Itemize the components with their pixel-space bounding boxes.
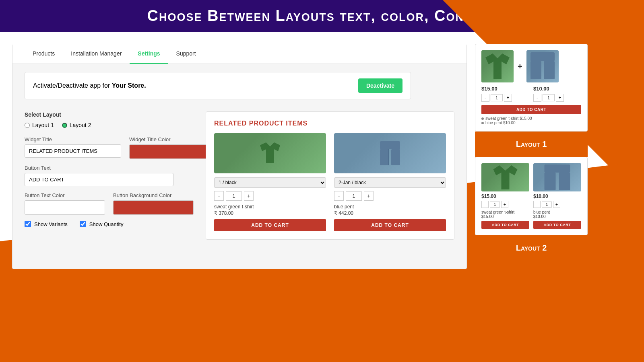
- button-text-color-group: Button Text Color: [25, 192, 105, 215]
- layout2-preview: $15.00 - + sweat green t-shirt $15.00 AD…: [475, 157, 588, 235]
- show-variants-label: Show Variants: [34, 221, 68, 227]
- show-quantity-checkbox[interactable]: Show Quantity: [80, 221, 124, 227]
- layout1-dot1: [481, 117, 484, 120]
- widget-title-group: Widget Title: [25, 136, 121, 159]
- layout1-thumb-tshirt: [481, 50, 514, 82]
- layout2-price1-sub: $15.00: [481, 214, 529, 219]
- tab-support[interactable]: Support: [168, 44, 204, 64]
- layout1-qty-plus2[interactable]: +: [556, 94, 564, 102]
- layout1-jeans-icon: [526, 50, 559, 82]
- layout1-prices: $15.00 - + $10.00 - +: [481, 86, 581, 105]
- layout1-price2: $10.00: [533, 86, 581, 92]
- svg-rect-10: [545, 165, 570, 173]
- variant-select-1[interactable]: 1 / black: [214, 177, 326, 188]
- layout2-qty-input1[interactable]: [490, 202, 500, 208]
- button-text-color-label: Button Text Color: [25, 192, 105, 198]
- qty-plus-1[interactable]: +: [244, 191, 254, 201]
- qty-input-2[interactable]: [346, 191, 362, 201]
- layout2-qty-minus1[interactable]: -: [481, 201, 489, 208]
- layout1-qty-plus1[interactable]: +: [504, 94, 512, 102]
- product-image-jeans: [334, 133, 446, 173]
- layout-section-label: Select Layout: [25, 111, 194, 118]
- layout1-qty-input2[interactable]: [543, 94, 555, 101]
- show-variants-checkbox[interactable]: Show Variants: [25, 221, 68, 227]
- layout1-qty-input1[interactable]: [491, 94, 503, 101]
- button-bg-color-swatch[interactable]: [113, 200, 194, 215]
- tab-settings[interactable]: Settings: [130, 44, 168, 64]
- layout2-qty-plus2[interactable]: +: [553, 201, 560, 208]
- activate-section: Activate/Deactivate app for Your Store. …: [12, 64, 466, 111]
- show-variants-input[interactable]: [25, 221, 31, 227]
- widget-title-color-label: Widget Title Color: [129, 136, 210, 142]
- qty-plus-2[interactable]: +: [364, 191, 374, 201]
- button-bg-color-label: Button Background Color: [113, 192, 194, 198]
- svg-rect-2: [380, 149, 389, 165]
- product-grid: 1 / black - + sweat green t-shirt ₹ 378.…: [214, 133, 446, 231]
- radio-layout2-label: Layout 2: [70, 122, 91, 128]
- layout2-qty-plus1[interactable]: +: [501, 201, 508, 208]
- layout2-add-btn2[interactable]: ADD TO CART: [533, 221, 581, 229]
- activate-text: Activate/Deactivate app for Your Store.: [33, 82, 146, 89]
- radio-layout2[interactable]: Layout 2: [62, 122, 91, 128]
- layout2-jeans-icon: [533, 163, 581, 191]
- qty-row-2: - +: [334, 191, 446, 201]
- layout1-tshirt-icon: [481, 50, 514, 82]
- svg-rect-3: [391, 149, 400, 165]
- widget-title-color-swatch[interactable]: [129, 144, 210, 159]
- qty-minus-2[interactable]: -: [334, 191, 344, 201]
- layout1-plus: +: [518, 62, 522, 71]
- layout2-price2-sub: $10.00: [533, 214, 581, 219]
- admin-panel: Products Installation Manager Settings S…: [12, 44, 467, 269]
- layout2-card1: $15.00 - + sweat green t-shirt $15.00 AD…: [481, 163, 529, 229]
- checkbox-row: Show Variants Show Quantity: [25, 221, 194, 227]
- tshirt-icon: [256, 139, 284, 167]
- button-text-color-swatch[interactable]: [25, 200, 105, 215]
- add-to-cart-btn-1[interactable]: ADD TO CART: [214, 219, 326, 231]
- svg-marker-9: [493, 165, 518, 189]
- layout1-qty-minus2[interactable]: -: [533, 94, 541, 102]
- product-price-1: ₹ 378.00: [214, 210, 326, 216]
- layout1-note-line1: sweat green t-shirt $15.00: [481, 116, 581, 121]
- button-text-label: Button Text: [25, 165, 194, 171]
- widget-title-label: Widget Title: [25, 136, 121, 142]
- layout1-note-line2: blue pent $10.00: [481, 121, 581, 125]
- deactivate-button[interactable]: Deactivate: [358, 78, 402, 93]
- layout2-qty-minus2[interactable]: -: [533, 201, 541, 208]
- qty-minus-1[interactable]: -: [214, 191, 224, 201]
- layout1-label: Layout 1: [475, 134, 588, 155]
- layout1-thumb-jeans: [526, 50, 559, 82]
- button-text-group: Button Text: [25, 165, 194, 186]
- activate-row: Activate/Deactivate app for Your Store. …: [25, 72, 411, 99]
- add-to-cart-btn-2[interactable]: ADD TO CART: [334, 219, 446, 231]
- layout1-product2-info: $10.00 - +: [533, 86, 581, 105]
- radio-layout1[interactable]: Layout 1: [25, 122, 54, 128]
- product-card-1: 1 / black - + sweat green t-shirt ₹ 378.…: [214, 133, 326, 231]
- layout1-product1-info: $15.00 - +: [481, 86, 529, 105]
- main-content: Products Installation Manager Settings S…: [0, 32, 644, 269]
- layout2-card2: $10.00 - + blue pent $10.00 ADD TO CART: [533, 163, 581, 229]
- variant-select-2[interactable]: 2-Jan / black: [334, 177, 446, 188]
- svg-rect-6: [530, 52, 555, 61]
- radio-layout2-input[interactable]: [62, 123, 67, 128]
- preview-title: RELATED PRODUCT ITEMS: [214, 120, 446, 127]
- button-text-input[interactable]: [25, 173, 173, 186]
- layout1-price1: $15.00: [481, 86, 529, 92]
- layout2-qty-row1: - +: [481, 201, 529, 208]
- show-quantity-input[interactable]: [80, 221, 86, 227]
- widget-title-row: Widget Title Widget Title Color: [25, 136, 194, 159]
- layout1-note2-text: blue pent $10.00: [485, 121, 516, 125]
- tab-products[interactable]: Products: [25, 44, 63, 64]
- radio-layout1-input[interactable]: [25, 123, 30, 128]
- widget-title-input[interactable]: [25, 144, 121, 158]
- tab-installation-manager[interactable]: Installation Manager: [63, 44, 130, 64]
- layout1-note1-text: sweat green t-shirt $15.00: [485, 116, 532, 121]
- qty-input-1[interactable]: [226, 191, 242, 201]
- layout2-thumb-jeans: [533, 163, 581, 191]
- layout1-qty-minus1[interactable]: -: [481, 94, 489, 102]
- svg-rect-12: [559, 173, 570, 190]
- layout1-add-btn[interactable]: ADD TO CART: [481, 105, 581, 114]
- layout2-add-btn1[interactable]: ADD TO CART: [481, 221, 529, 229]
- layout2-qty-input2[interactable]: [542, 202, 552, 208]
- nav-tabs: Products Installation Manager Settings S…: [12, 44, 466, 64]
- jeans-icon: [376, 139, 404, 167]
